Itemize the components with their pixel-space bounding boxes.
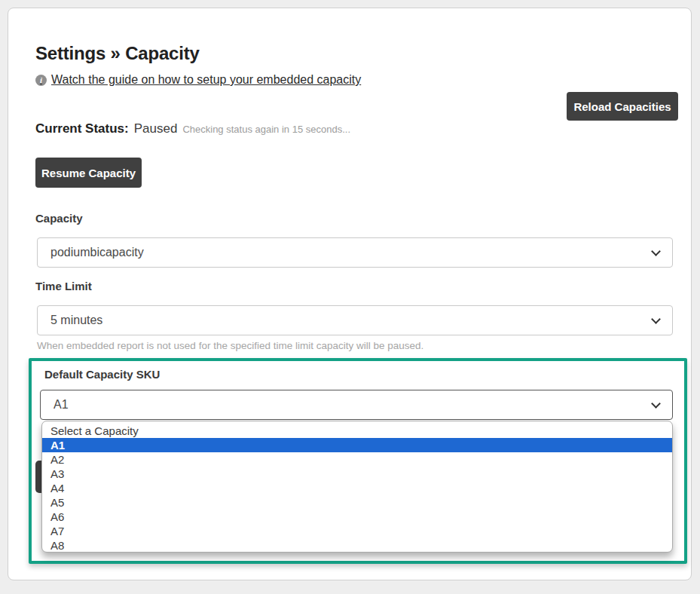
time-limit-select-value: 5 minutes	[50, 314, 102, 327]
default-sku-select-value: A1	[53, 398, 69, 412]
time-limit-field-label: Time Limit	[35, 280, 92, 292]
reload-capacities-button[interactable]: Reload Capacities	[567, 92, 678, 121]
status-label: Current Status:	[35, 121, 129, 136]
info-icon: i	[35, 75, 47, 86]
settings-capacity-page: Settings » Capacity i Watch the guide on…	[0, 0, 700, 594]
status-polling-note: Checking status again in 15 seconds...	[182, 124, 350, 135]
chevron-down-icon	[651, 399, 661, 409]
status-value: Paused	[134, 121, 178, 136]
default-sku-field-label: Default Capacity SKU	[44, 368, 160, 381]
page-title: Settings » Capacity	[35, 43, 200, 64]
dropdown-option[interactable]: A4	[42, 481, 672, 495]
chevron-down-icon	[651, 246, 661, 256]
capacity-field-label: Capacity	[35, 212, 83, 225]
current-status-row: Current Status: Paused Checking status a…	[35, 121, 350, 136]
chevron-down-icon	[651, 314, 661, 324]
dropdown-option-selected[interactable]: A1	[42, 438, 672, 452]
default-sku-dropdown-list: Select a CapacityA1A2A3A4A5A6A7A8	[41, 421, 673, 553]
dropdown-option[interactable]: A6	[42, 510, 672, 524]
time-limit-select[interactable]: 5 minutes	[37, 305, 673, 335]
guide-link[interactable]: i Watch the guide on how to setup your e…	[35, 73, 361, 87]
dropdown-option[interactable]: A5	[42, 495, 672, 510]
resume-capacity-button[interactable]: Resume Capacity	[35, 158, 142, 188]
dropdown-option[interactable]: A8	[42, 538, 672, 553]
guide-link-label: Watch the guide on how to setup your emb…	[51, 73, 361, 87]
settings-card: Settings » Capacity i Watch the guide on…	[8, 8, 692, 580]
dropdown-option[interactable]: A3	[42, 467, 672, 481]
dropdown-option[interactable]: Select a Capacity	[42, 424, 672, 438]
default-sku-select[interactable]: A1	[40, 390, 673, 420]
capacity-select-value: podiumbicapacity	[50, 246, 144, 259]
capacity-select[interactable]: podiumbicapacity	[37, 237, 673, 268]
time-limit-help-text: When embedded report is not used for the…	[37, 340, 423, 351]
dropdown-option[interactable]: A2	[42, 452, 672, 467]
dropdown-option[interactable]: A7	[42, 524, 672, 538]
